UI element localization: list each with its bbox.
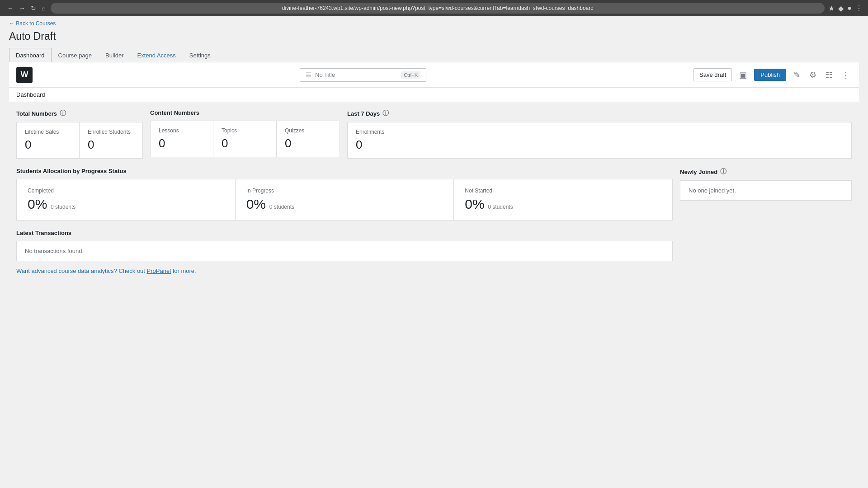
- extensions-icon[interactable]: ◆: [838, 4, 844, 13]
- lessons-label: Lessons: [159, 127, 205, 134]
- refresh-button[interactable]: ↻: [29, 4, 38, 13]
- menu-icon[interactable]: ⋮: [855, 4, 863, 13]
- dashboard-wrapper: Total Numbers ⓘ Lifetime Sales 0 Enrolle…: [9, 102, 859, 291]
- lessons-value: 0: [159, 136, 205, 150]
- browser-chrome: ← → ↻ ⌂ ★ ◆ ● ⋮: [0, 0, 868, 16]
- wp-logo: W: [16, 67, 33, 83]
- save-draft-button[interactable]: Save draft: [693, 68, 732, 81]
- edit-icon[interactable]: ✎: [792, 69, 802, 81]
- quizzes-value: 0: [285, 136, 331, 150]
- title-placeholder: No Title: [315, 71, 397, 78]
- total-numbers-block: Total Numbers ⓘ Lifetime Sales 0 Enrolle…: [16, 109, 143, 159]
- topics-card: Topics 0: [213, 121, 277, 157]
- address-bar[interactable]: [51, 3, 825, 14]
- tab-extend-access[interactable]: Extend Access: [131, 48, 183, 62]
- browser-nav-buttons: ← → ↻ ⌂: [5, 4, 47, 13]
- newly-joined-card: No one joined yet.: [680, 180, 852, 201]
- profile-icon[interactable]: ●: [847, 4, 852, 13]
- dashboard-section-bar: Dashboard: [9, 88, 859, 102]
- last-7-days-block: Last 7 Days ⓘ Enrollments 0: [347, 109, 852, 159]
- in-progress-value: 0%: [246, 197, 266, 211]
- topics-value: 0: [222, 136, 268, 150]
- newly-joined-info-icon[interactable]: ⓘ: [720, 168, 726, 176]
- title-area[interactable]: ☰ No Title Ctrl+K: [300, 68, 426, 82]
- newly-joined-title: Newly Joined ⓘ: [680, 168, 852, 176]
- enrolled-students-value: 0: [88, 138, 134, 152]
- browser-action-icons: ★ ◆ ● ⋮: [828, 4, 863, 13]
- analytics-section: Want advanced course data analytics? Che…: [16, 267, 673, 274]
- completed-card: Completed 0% 0 students: [16, 179, 236, 221]
- layout-icon[interactable]: ☷: [824, 69, 835, 81]
- content-area: ← Back to Courses Auto Draft Dashboard C…: [0, 16, 868, 300]
- enrollments-label: Enrollments: [356, 129, 843, 135]
- completed-label: Completed: [28, 188, 224, 194]
- propanel-link[interactable]: ProPanel: [147, 267, 171, 274]
- topics-label: Topics: [222, 127, 268, 134]
- tab-settings[interactable]: Settings: [183, 48, 217, 62]
- not-started-students: 0 students: [488, 204, 513, 210]
- lifetime-sales-label: Lifetime Sales: [25, 129, 71, 135]
- tab-course-page[interactable]: Course page: [52, 48, 99, 62]
- content-numbers-title: Content Numbers: [150, 109, 340, 116]
- total-numbers-info-icon[interactable]: ⓘ: [60, 109, 66, 117]
- analytics-text-prefix: Want advanced course data analytics? Che…: [16, 267, 147, 274]
- home-button[interactable]: ⌂: [40, 4, 47, 13]
- back-button[interactable]: ←: [5, 4, 15, 13]
- progress-section-title: Students Allocation by Progress Status: [16, 168, 673, 174]
- total-numbers-cards: Lifetime Sales 0 Enrolled Students 0: [16, 122, 143, 159]
- content-numbers-cards: Lessons 0 Topics 0 Quizzes 0: [150, 121, 340, 157]
- lifetime-sales-value: 0: [25, 138, 71, 152]
- quizzes-card: Quizzes 0: [277, 121, 340, 157]
- more-options-icon[interactable]: ⋮: [840, 69, 852, 81]
- completed-value: 0%: [28, 197, 47, 211]
- tab-dashboard[interactable]: Dashboard: [9, 48, 52, 62]
- document-icon: ☰: [306, 71, 311, 79]
- quizzes-label: Quizzes: [285, 127, 331, 134]
- editor-toolbar: W ☰ No Title Ctrl+K Save draft ▣ Publish…: [9, 62, 859, 88]
- page-title: Auto Draft: [9, 30, 859, 42]
- enrollments-card: Enrollments 0: [347, 122, 852, 159]
- transactions-empty: No transactions found.: [25, 248, 84, 254]
- lifetime-sales-card: Lifetime Sales 0: [16, 122, 80, 159]
- back-to-courses-link[interactable]: ← Back to Courses: [9, 20, 56, 27]
- bookmark-icon[interactable]: ★: [828, 4, 835, 13]
- nav-tabs: Dashboard Course page Builder Extend Acc…: [9, 48, 859, 62]
- last-7-days-title: Last 7 Days ⓘ: [347, 109, 852, 117]
- content-numbers-block: Content Numbers Lessons 0 Topics 0 Quizz…: [150, 109, 340, 157]
- in-progress-card: In Progress 0% 0 students: [236, 179, 454, 221]
- total-numbers-title: Total Numbers ⓘ: [16, 109, 143, 117]
- not-started-card: Not Started 0% 0 students: [454, 179, 673, 221]
- in-progress-students: 0 students: [269, 204, 294, 210]
- enrolled-students-label: Enrolled Students: [88, 129, 134, 135]
- transactions-title: Latest Transactions: [16, 230, 673, 236]
- progress-cards: Completed 0% 0 students In Progress 0% 0…: [16, 179, 673, 221]
- not-started-label: Not Started: [465, 188, 661, 194]
- enrollments-value: 0: [356, 138, 843, 152]
- preview-icon[interactable]: ▣: [737, 69, 749, 81]
- stats-row-1: Total Numbers ⓘ Lifetime Sales 0 Enrolle…: [16, 109, 852, 159]
- forward-button[interactable]: →: [17, 4, 27, 13]
- completed-students: 0 students: [51, 204, 75, 210]
- title-shortcut: Ctrl+K: [401, 71, 420, 79]
- last-7-days-info-icon[interactable]: ⓘ: [382, 109, 389, 117]
- not-started-value: 0%: [465, 197, 484, 211]
- lessons-card: Lessons 0: [150, 121, 213, 157]
- analytics-text-suffix: for more.: [171, 267, 196, 274]
- newly-joined-empty: No one joined yet.: [689, 187, 736, 194]
- right-column: Newly Joined ⓘ No one joined yet.: [680, 168, 852, 274]
- tab-builder[interactable]: Builder: [99, 48, 130, 62]
- settings-gear-icon[interactable]: ⚙: [807, 69, 818, 81]
- transactions-card: No transactions found.: [16, 241, 673, 261]
- in-progress-label: In Progress: [246, 188, 443, 194]
- wp-admin: ← Back to Courses Auto Draft Dashboard C…: [0, 16, 868, 488]
- stats-row-2: Students Allocation by Progress Status C…: [16, 168, 852, 274]
- publish-button[interactable]: Publish: [754, 69, 786, 81]
- enrolled-students-card: Enrolled Students 0: [80, 122, 143, 159]
- left-column: Students Allocation by Progress Status C…: [16, 168, 673, 274]
